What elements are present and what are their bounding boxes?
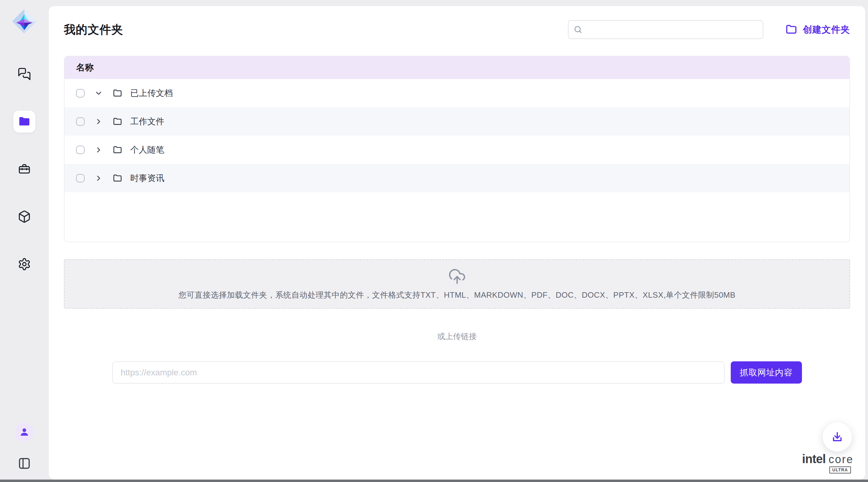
or-upload-link-label: 或上传链接	[64, 331, 850, 342]
table-row[interactable]: 个人随笔	[64, 136, 849, 164]
cube-icon	[18, 210, 31, 223]
topbar: 我的文件夹 创建文件夹	[64, 20, 850, 39]
name-column-header: 名称	[76, 61, 94, 74]
app-logo-diamond-icon	[11, 8, 37, 34]
folder-plus-icon	[785, 24, 797, 36]
sidebar-item-settings[interactable]	[13, 253, 35, 275]
folder-name[interactable]: 已上传文档	[130, 87, 173, 99]
folder-upload-dropzone[interactable]: 您可直接选择加载文件夹，系统自动处理其中的文件，文件格式支持TXT、HTML、M…	[64, 259, 850, 309]
table-header: 名称	[64, 56, 849, 79]
row-checkbox[interactable]	[76, 117, 85, 126]
row-checkbox[interactable]	[76, 146, 85, 154]
chevron-right-icon[interactable]	[94, 146, 103, 154]
sidebar-item-chat[interactable]	[13, 63, 35, 85]
url-upload-row: 抓取网址内容	[64, 361, 850, 384]
table-row[interactable]: 时事资讯	[64, 164, 849, 192]
sidebar-item-folders[interactable]	[13, 111, 35, 133]
folder-name[interactable]: 个人随笔	[130, 144, 164, 156]
panel-left-icon	[18, 457, 31, 470]
search-icon	[574, 25, 583, 34]
search-box[interactable]	[568, 20, 763, 39]
sidebar-item-toolbox[interactable]	[13, 158, 35, 180]
user-icon	[19, 427, 30, 437]
sidebar-collapse-button[interactable]	[17, 456, 31, 471]
folder-name[interactable]: 时事资讯	[130, 172, 164, 184]
brand-intel-text: intel	[802, 452, 826, 466]
table-body: 已上传文档 工作文件 个人随笔 时事资讯	[64, 79, 849, 192]
cloud-upload-icon	[448, 268, 466, 285]
window-bottom-edge	[0, 480, 868, 482]
main-panel: 我的文件夹 创建文件夹 名称 已上传文档	[49, 6, 865, 480]
user-avatar[interactable]	[14, 422, 34, 442]
table-row[interactable]: 已上传文档	[64, 79, 849, 107]
sidebar-item-cube[interactable]	[13, 206, 35, 228]
table-row[interactable]: 工作文件	[64, 107, 849, 136]
fetch-url-button[interactable]: 抓取网址内容	[731, 361, 802, 384]
chevron-down-icon[interactable]	[94, 89, 103, 97]
intel-core-ultra-logo: intel core ULTRA	[800, 452, 855, 474]
folder-icon	[18, 115, 31, 128]
chevron-right-icon[interactable]	[94, 117, 103, 126]
toolbox-icon	[18, 162, 31, 176]
settings-gear-icon	[18, 257, 31, 271]
download-fab-button[interactable]	[823, 422, 852, 452]
folder-icon	[113, 173, 122, 183]
folder-name[interactable]: 工作文件	[130, 116, 164, 127]
row-checkbox[interactable]	[76, 174, 85, 182]
brand-core-text: core	[829, 453, 854, 466]
create-folder-button[interactable]: 创建文件夹	[785, 24, 850, 36]
folder-icon	[113, 145, 122, 155]
download-icon	[831, 430, 844, 443]
sidebar-nav	[13, 63, 35, 275]
page-title: 我的文件夹	[64, 22, 123, 37]
chat-icon	[18, 67, 31, 81]
search-input[interactable]	[586, 25, 758, 34]
create-folder-label: 创建文件夹	[803, 24, 850, 36]
folder-icon	[113, 88, 122, 98]
brand-ultra-badge: ULTRA	[829, 466, 851, 474]
url-input[interactable]	[112, 361, 725, 384]
sidebar	[0, 0, 49, 480]
row-checkbox[interactable]	[76, 89, 85, 97]
folder-icon	[113, 117, 122, 126]
upload-hint-text: 您可直接选择加载文件夹，系统自动处理其中的文件，文件格式支持TXT、HTML、M…	[178, 290, 735, 301]
folder-table: 名称 已上传文档 工作文件 个人随笔	[64, 56, 850, 242]
chevron-right-icon[interactable]	[94, 174, 103, 182]
